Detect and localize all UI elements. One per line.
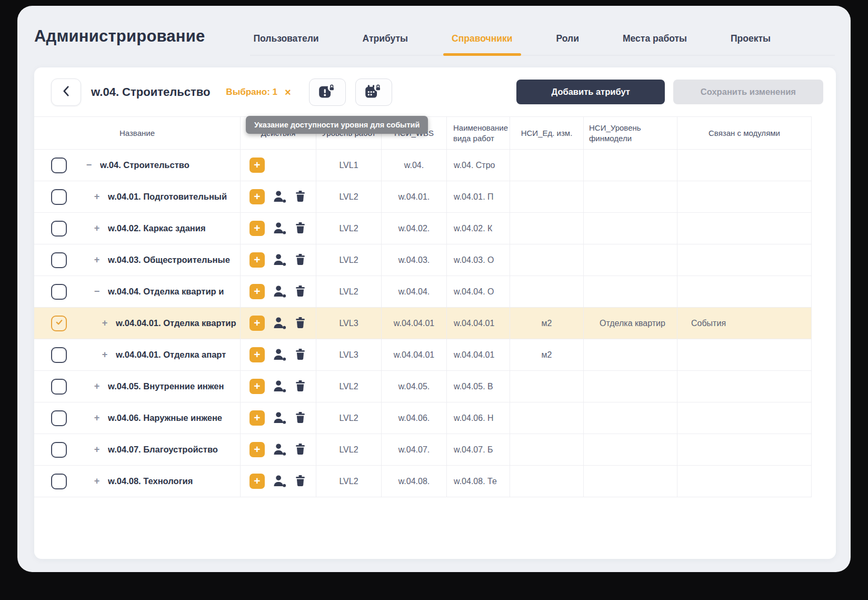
row-wbs: w.04.02. xyxy=(382,213,447,244)
row-checkbox[interactable] xyxy=(51,410,67,426)
row-assign-user-button[interactable] xyxy=(273,474,287,489)
row-checkbox[interactable] xyxy=(51,284,67,300)
row-assign-user-button[interactable] xyxy=(273,221,287,236)
row-checkbox[interactable] xyxy=(51,442,67,458)
row-checkbox[interactable] xyxy=(51,316,67,331)
row-expander[interactable]: + xyxy=(93,191,101,202)
row-expander[interactable]: + xyxy=(93,444,101,455)
row-add-button[interactable]: + xyxy=(250,284,265,299)
row-modules xyxy=(677,339,812,370)
row-work-type: w.04.01. П xyxy=(447,181,510,212)
calendar-lock-icon xyxy=(364,83,383,102)
row-work-level: LVL3 xyxy=(316,339,382,370)
row-delete-button[interactable] xyxy=(295,222,306,235)
event-level-availability-button[interactable] xyxy=(309,78,346,106)
tab-users[interactable]: Пользователи xyxy=(252,31,320,55)
save-changes-button[interactable]: Сохранить изменения xyxy=(673,80,823,104)
row-delete-button[interactable] xyxy=(295,475,306,488)
row-expander[interactable]: + xyxy=(101,318,109,329)
calendar-lock-button[interactable] xyxy=(355,78,392,106)
tab-bar: ПользователиАтрибутыСправочникиРолиМеста… xyxy=(250,27,835,56)
tab-directories[interactable]: Справочники xyxy=(451,31,513,55)
row-add-button[interactable]: + xyxy=(250,347,265,362)
tab-projects[interactable]: Проекты xyxy=(730,31,772,55)
row-add-button[interactable]: + xyxy=(250,158,265,173)
tab-workplaces[interactable]: Места работы xyxy=(622,31,688,55)
row-delete-button[interactable] xyxy=(295,190,306,204)
row-assign-user-button[interactable] xyxy=(273,379,287,394)
row-add-button[interactable]: + xyxy=(250,474,265,489)
row-name: w.04.01. Подготовительный xyxy=(108,192,227,202)
directory-table: НазваниеДействияУровень работНСИ_WBSНаим… xyxy=(34,116,812,497)
row-checkbox[interactable] xyxy=(51,252,67,268)
row-add-button[interactable]: + xyxy=(250,221,265,236)
add-attribute-button[interactable]: Добавить атрибут xyxy=(516,80,664,104)
row-expander[interactable]: + xyxy=(93,476,101,487)
row-finmodel xyxy=(584,213,677,244)
row-finmodel xyxy=(584,402,677,434)
row-delete-button[interactable] xyxy=(295,348,306,362)
row-assign-user-button[interactable] xyxy=(273,253,287,268)
row-finmodel xyxy=(584,150,677,181)
row-assign-user-button[interactable] xyxy=(273,316,287,331)
row-expander[interactable]: + xyxy=(93,381,101,392)
add-user-icon xyxy=(273,316,287,331)
row-expander[interactable]: + xyxy=(101,349,109,360)
row-delete-button[interactable] xyxy=(295,411,306,425)
row-checkbox[interactable] xyxy=(51,347,67,363)
table-body: −w.04. Строительство+LVL1w.04.w.04. Стро… xyxy=(34,150,812,497)
row-add-button[interactable]: + xyxy=(250,189,265,204)
row-expander[interactable]: + xyxy=(93,254,101,265)
back-button[interactable] xyxy=(51,78,81,106)
row-add-button[interactable]: + xyxy=(250,442,265,457)
clear-selection-button[interactable]: × xyxy=(285,87,291,97)
row-delete-button[interactable] xyxy=(295,380,306,394)
row-delete-button[interactable] xyxy=(295,443,306,457)
row-expander[interactable]: + xyxy=(93,412,101,424)
add-user-icon xyxy=(273,474,287,489)
row-finmodel xyxy=(584,244,677,276)
row-name: w.04.04. Отделка квартир и xyxy=(108,287,224,297)
row-add-button[interactable]: + xyxy=(250,316,265,331)
row-unit xyxy=(510,276,584,307)
trash-icon xyxy=(295,380,306,394)
column-header: НСИ_Ед. изм. xyxy=(510,117,584,149)
row-work-type: w.04.05. В xyxy=(447,371,510,402)
row-assign-user-button[interactable] xyxy=(273,284,287,299)
row-assign-user-button[interactable] xyxy=(273,190,287,204)
row-wbs: w.04.07. xyxy=(382,434,447,465)
page-title: Администрирование xyxy=(34,27,205,46)
row-work-level: LVL2 xyxy=(316,276,382,307)
row-delete-button[interactable] xyxy=(295,253,306,267)
column-header: НСИ_Уровень финмодели xyxy=(584,117,677,149)
trash-icon xyxy=(295,317,306,330)
row-wbs: w.04.08. xyxy=(382,466,447,497)
row-assign-user-button[interactable] xyxy=(273,348,287,362)
column-header: Наименование вида работ xyxy=(447,117,510,149)
row-name: w.04.02. Каркас здания xyxy=(108,223,206,233)
tab-attributes[interactable]: Атрибуты xyxy=(362,31,409,55)
row-checkbox[interactable] xyxy=(51,189,67,205)
tab-roles[interactable]: Роли xyxy=(555,31,580,55)
column-header: Название xyxy=(34,117,241,149)
row-assign-user-button[interactable] xyxy=(273,411,287,426)
row-add-button[interactable]: + xyxy=(250,252,265,268)
row-work-level: LVL3 xyxy=(316,308,382,339)
row-finmodel xyxy=(584,371,677,402)
row-add-button[interactable]: + xyxy=(250,410,265,426)
row-delete-button[interactable] xyxy=(295,285,306,299)
row-checkbox[interactable] xyxy=(51,474,67,489)
row-checkbox[interactable] xyxy=(51,379,67,395)
row-expander[interactable]: − xyxy=(93,286,101,297)
row-assign-user-button[interactable] xyxy=(273,442,287,457)
row-modules xyxy=(677,181,812,212)
row-add-button[interactable]: + xyxy=(250,379,265,394)
row-checkbox[interactable] xyxy=(51,158,67,173)
alert-lock-icon xyxy=(318,83,336,102)
row-delete-button[interactable] xyxy=(295,317,306,330)
row-work-level: LVL2 xyxy=(316,466,382,497)
row-checkbox[interactable] xyxy=(51,221,67,237)
row-expander[interactable]: + xyxy=(93,223,101,234)
row-finmodel xyxy=(584,339,677,370)
row-expander[interactable]: − xyxy=(85,160,93,171)
